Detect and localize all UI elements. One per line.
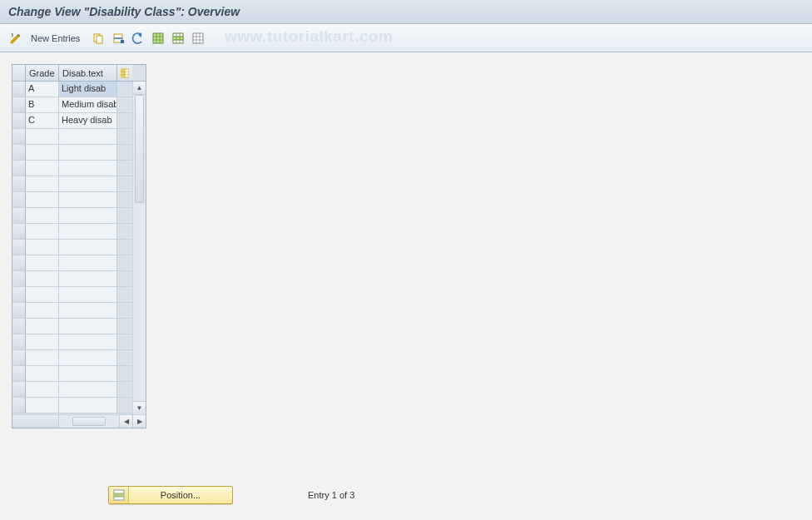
row-selector[interactable]	[12, 208, 26, 223]
row-selector[interactable]	[12, 176, 26, 191]
cell-grade[interactable]	[26, 255, 59, 270]
row-selector[interactable]	[12, 366, 26, 381]
row-selector[interactable]	[12, 161, 26, 176]
row-selector[interactable]	[12, 192, 26, 207]
scroll-left-button[interactable]: ◀	[119, 415, 132, 428]
cell-grade[interactable]	[26, 224, 59, 239]
scroll-up-button[interactable]: ▲	[133, 82, 146, 95]
cell-disab-text[interactable]	[59, 145, 117, 160]
row-selector[interactable]	[12, 271, 26, 286]
cell-disab-text[interactable]	[59, 208, 117, 223]
cell-grade[interactable]	[26, 382, 59, 397]
svg-rect-7	[193, 33, 203, 43]
cell-disab-text[interactable]	[59, 334, 117, 349]
select-block-icon	[171, 32, 185, 45]
copy-icon	[92, 32, 105, 45]
row-selector[interactable]	[12, 303, 26, 318]
row-selector[interactable]	[12, 287, 26, 302]
select-block-button[interactable]	[169, 29, 187, 47]
row-selector[interactable]	[12, 145, 26, 160]
table-row	[12, 303, 132, 319]
select-all-button[interactable]	[149, 29, 167, 47]
table-row	[12, 366, 132, 382]
cell-grade[interactable]: B	[26, 97, 59, 112]
row-selector[interactable]	[12, 255, 26, 270]
cell-grade[interactable]	[26, 366, 59, 381]
cell-grade[interactable]	[26, 240, 59, 255]
row-selector[interactable]	[12, 319, 26, 334]
delete-button[interactable]	[109, 29, 127, 47]
table-settings-button[interactable]	[117, 65, 132, 81]
cell-disab-text[interactable]: Light disab	[59, 82, 117, 97]
page-title: Change View "Disability Class": Overview	[0, 0, 812, 24]
cell-disab-text[interactable]	[59, 255, 117, 270]
delete-row-icon	[111, 32, 125, 45]
cell-grade[interactable]	[26, 176, 59, 191]
cell-disab-text[interactable]	[59, 224, 117, 239]
cell-disab-text[interactable]	[59, 129, 117, 144]
cell-disab-text[interactable]	[59, 161, 117, 176]
hscroll-spacer	[12, 415, 59, 428]
cell-grade[interactable]	[26, 350, 59, 365]
cell-grade[interactable]	[26, 129, 59, 144]
cell-disab-text[interactable]	[59, 319, 117, 334]
row-selector[interactable]	[12, 224, 26, 239]
cell-grade[interactable]	[26, 398, 59, 413]
table-row	[12, 334, 132, 350]
row-selector[interactable]	[12, 398, 26, 413]
scroll-thumb-horizontal[interactable]	[72, 417, 106, 426]
cell-grade[interactable]	[26, 208, 59, 223]
cell-disab-text[interactable]	[59, 271, 117, 286]
cell-disab-text[interactable]: Medium disab	[59, 97, 117, 112]
cell-grade[interactable]	[26, 287, 59, 302]
grid-body: ALight disabBMedium disabCHeavy disab ▲ …	[12, 82, 146, 414]
row-selector[interactable]	[12, 350, 26, 365]
row-selector[interactable]	[12, 97, 26, 112]
svg-rect-9	[121, 69, 125, 77]
scroll-thumb-vertical[interactable]	[135, 95, 144, 203]
cell-grade[interactable]	[26, 319, 59, 334]
copy-as-button[interactable]	[89, 29, 107, 47]
column-header-grade[interactable]: Grade	[26, 65, 59, 81]
cell-grade[interactable]	[26, 303, 59, 318]
cell-disab-text[interactable]	[59, 382, 117, 397]
grid-header: Grade Disab.text	[12, 65, 146, 82]
toggle-display-change-button[interactable]	[7, 29, 25, 47]
cell-disab-text[interactable]	[59, 398, 117, 413]
cell-grade[interactable]: A	[26, 82, 59, 97]
scroll-track-horizontal[interactable]	[59, 415, 119, 428]
row-selector[interactable]	[12, 240, 26, 255]
scroll-right-button[interactable]: ▶	[132, 415, 146, 428]
scroll-track-vertical[interactable]	[133, 95, 146, 401]
cell-disab-text[interactable]	[59, 303, 117, 318]
cell-grade[interactable]	[26, 145, 59, 160]
row-selector[interactable]	[12, 82, 26, 97]
undo-change-button[interactable]	[129, 29, 147, 47]
row-selector[interactable]	[12, 129, 26, 144]
scroll-down-button[interactable]: ▼	[133, 401, 146, 414]
cell-grade[interactable]	[26, 161, 59, 176]
position-button[interactable]: Position...	[108, 486, 233, 504]
cell-disab-text[interactable]	[59, 350, 117, 365]
cell-disab-text[interactable]	[59, 192, 117, 207]
cell-disab-text[interactable]: Heavy disab	[59, 113, 117, 128]
row-selector[interactable]	[12, 382, 26, 397]
cell-disab-text[interactable]	[59, 176, 117, 191]
cell-grade[interactable]	[26, 192, 59, 207]
grid-rows: ALight disabBMedium disabCHeavy disab	[12, 82, 132, 414]
column-header-disab-text[interactable]: Disab.text	[59, 65, 117, 81]
row-selector[interactable]	[12, 334, 26, 349]
table-row	[12, 398, 132, 414]
row-selector[interactable]	[12, 113, 26, 128]
new-entries-button[interactable]: New Entries	[27, 29, 87, 47]
header-select-all[interactable]	[12, 65, 26, 81]
cell-grade[interactable]	[26, 271, 59, 286]
cell-grade[interactable]: C	[26, 113, 59, 128]
deselect-all-button[interactable]	[189, 29, 207, 47]
cell-disab-text[interactable]	[59, 240, 117, 255]
horizontal-scrollbar[interactable]: ◀ ▶	[12, 414, 146, 428]
cell-disab-text[interactable]	[59, 366, 117, 381]
cell-disab-text[interactable]	[59, 287, 117, 302]
vertical-scrollbar[interactable]: ▲ ▼	[132, 82, 146, 414]
cell-grade[interactable]	[26, 334, 59, 349]
